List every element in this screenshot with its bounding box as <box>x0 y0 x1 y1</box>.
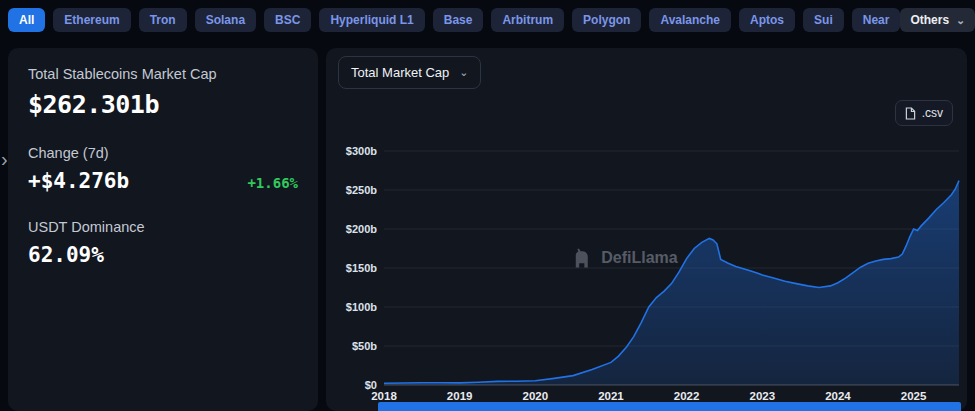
svg-text:2024: 2024 <box>825 390 851 402</box>
change-group: Change (7d) +$4.276b +1.66% <box>28 145 298 193</box>
svg-text:$100b: $100b <box>346 301 377 313</box>
stablecoins-market-cap-chart[interactable]: $0$50b$100b$150b$200b$250b$300b201820192… <box>336 100 961 404</box>
usdt-dominance-label: USDT Dominance <box>28 219 298 235</box>
svg-text:2018: 2018 <box>371 390 397 402</box>
chain-filter-aptos[interactable]: Aptos <box>739 8 795 32</box>
chain-filter-ethereum[interactable]: Ethereum <box>53 8 130 32</box>
file-icon <box>905 107 916 120</box>
market-cap-value: $262.301b <box>28 90 298 119</box>
chain-filter-avalanche[interactable]: Avalanche <box>649 8 731 32</box>
chain-filter-bar: AllEthereumTronSolanaBSCHyperliquid L1Ba… <box>0 0 975 40</box>
chain-filter-near[interactable]: Near <box>852 8 901 32</box>
chain-filter-bsc[interactable]: BSC <box>264 8 311 32</box>
dominance-group: USDT Dominance 62.09% <box>28 219 298 267</box>
svg-text:$300b: $300b <box>346 145 377 157</box>
chart-metric-selector[interactable]: Total Market Cap ⌄ <box>338 56 481 89</box>
chain-filter-sui[interactable]: Sui <box>803 8 844 32</box>
usdt-dominance-value: 62.09% <box>28 243 298 267</box>
market-cap-label: Total Stablecoins Market Cap <box>28 66 298 82</box>
svg-text:2020: 2020 <box>523 390 549 402</box>
chain-filter-all[interactable]: All <box>8 8 45 32</box>
change-label: Change (7d) <box>28 145 298 161</box>
chart-zoom-slider[interactable] <box>378 402 961 411</box>
chevron-down-icon: ⌄ <box>956 15 965 26</box>
stats-panel: Total Stablecoins Market Cap $262.301b C… <box>8 48 318 411</box>
chain-filter-solana[interactable]: Solana <box>195 8 256 32</box>
change-value: +$4.276b <box>28 169 129 193</box>
chain-filter-list: AllEthereumTronSolanaBSCHyperliquid L1Ba… <box>8 8 900 32</box>
svg-text:$50b: $50b <box>352 340 377 352</box>
chain-filter-hyperliquid-l1[interactable]: Hyperliquid L1 <box>319 8 424 32</box>
chain-filter-tron[interactable]: Tron <box>139 8 187 32</box>
svg-text:2022: 2022 <box>674 390 700 402</box>
download-csv-button[interactable]: .csv <box>895 100 953 126</box>
svg-text:$200b: $200b <box>346 223 377 235</box>
chart-panel: Total Market Cap ⌄ .csv $0$50b$100b$150b… <box>326 48 967 411</box>
chart-metric-label: Total Market Cap <box>351 65 449 80</box>
change-percent-badge: +1.66% <box>247 175 298 191</box>
others-dropdown[interactable]: Others ⌄ <box>900 8 975 32</box>
svg-text:2021: 2021 <box>598 390 624 402</box>
svg-text:2025: 2025 <box>901 390 927 402</box>
chain-filter-polygon[interactable]: Polygon <box>572 8 641 32</box>
svg-text:2023: 2023 <box>749 390 775 402</box>
chart-area[interactable]: $0$50b$100b$150b$200b$250b$300b201820192… <box>336 100 961 404</box>
others-label: Others <box>910 13 949 27</box>
svg-text:$150b: $150b <box>346 262 377 274</box>
chain-filter-base[interactable]: Base <box>433 8 484 32</box>
market-cap-group: Total Stablecoins Market Cap $262.301b <box>28 66 298 119</box>
csv-label: .csv <box>922 106 943 120</box>
chain-filter-arbitrum[interactable]: Arbitrum <box>491 8 564 32</box>
svg-text:2019: 2019 <box>447 390 473 402</box>
panel-expand-chevron[interactable]: › <box>1 148 8 171</box>
chevron-down-icon: ⌄ <box>459 67 468 78</box>
svg-text:$250b: $250b <box>346 184 377 196</box>
